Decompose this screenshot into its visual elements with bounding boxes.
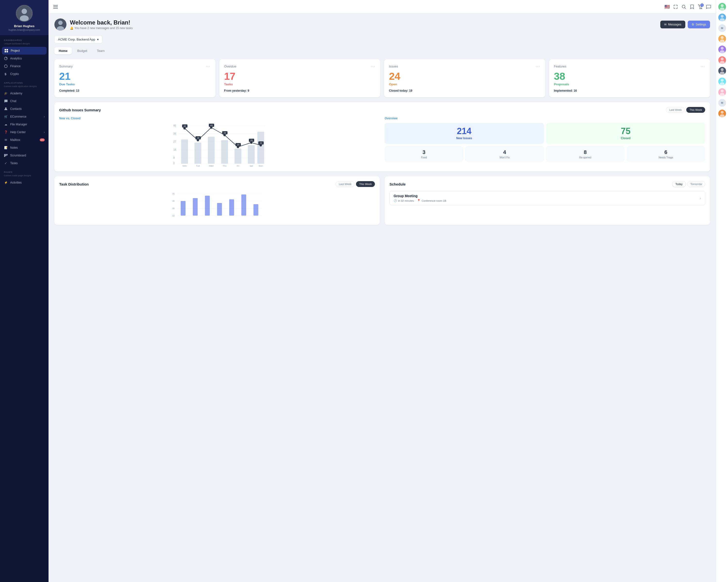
bookmark-icon[interactable]	[690, 4, 695, 9]
overview-label: Overview	[385, 117, 705, 120]
activity-icon: ⚡	[4, 181, 8, 185]
svg-point-96	[721, 57, 724, 60]
stat-card-issues-title: Issues	[389, 64, 398, 68]
svg-text:45: 45	[174, 124, 176, 127]
sidebar-item-crypto[interactable]: $ Crypto	[0, 70, 49, 78]
stat-card-features-menu[interactable]: ···	[701, 64, 705, 68]
sidebar-item-mailbox[interactable]: ✉ Mailbox 27	[0, 136, 49, 144]
sidebar-item-filemanager[interactable]: ☁ File Manager	[0, 120, 49, 128]
right-avatar-m2[interactable]: M	[718, 99, 726, 107]
svg-text:Mon: Mon	[182, 165, 187, 167]
sidebar-item-academy-label: Academy	[10, 92, 22, 95]
stat-card-issues-menu[interactable]: ···	[536, 64, 540, 68]
svg-text:27: 27	[174, 140, 176, 143]
sidebar-item-notes[interactable]: 📝 Notes	[0, 144, 49, 151]
stat-card-summary-header: Summary ···	[59, 64, 211, 68]
stat-card-issues-header: Issues ···	[389, 64, 540, 68]
project-selector[interactable]: ACME Corp. Backend App ▾	[54, 35, 102, 44]
sidebar-item-scrumboard[interactable]: Scrumboard	[0, 151, 49, 159]
github-last-week-btn[interactable]: Last Week	[666, 107, 685, 113]
sidebar-item-activities[interactable]: ⚡ Activities	[0, 179, 49, 187]
right-avatar-1[interactable]	[718, 3, 726, 11]
right-avatar-2[interactable]	[718, 13, 726, 21]
sidebar-item-analytics[interactable]: Analytics	[0, 55, 49, 62]
meeting-meta: 🕐 in 32 minutes 📍 Conference room 1B	[394, 199, 446, 202]
hamburger-menu[interactable]	[53, 5, 58, 8]
wontfix-label: Won't Fix	[467, 156, 542, 159]
task-dist-this-week-btn[interactable]: This Week	[356, 181, 375, 187]
schedule-item-chevron[interactable]: ›	[700, 196, 701, 200]
right-avatar-5[interactable]	[718, 56, 726, 64]
check-icon: ✓	[4, 161, 8, 165]
chart-section: New vs. Closed 45 36 27 18 9 0	[59, 117, 380, 167]
help-icon: ❓	[4, 130, 8, 134]
user-avatar	[16, 5, 33, 22]
overview-top: 214 New Issues 75 Closed	[385, 123, 705, 144]
task-dist-last-week-btn[interactable]: Last Week	[336, 181, 355, 187]
svg-text:42: 42	[183, 125, 186, 127]
settings-button[interactable]: ⚙ Settings	[688, 21, 710, 28]
sidebar-item-project-label: Project	[11, 49, 20, 52]
sidebar-item-academy[interactable]: 🎓 Academy	[0, 89, 49, 97]
stat-secondary-summary: Completed: 13	[59, 89, 211, 92]
svg-point-87	[721, 15, 724, 18]
svg-line-15	[685, 7, 686, 9]
right-avatar-3[interactable]	[718, 35, 726, 43]
svg-text:Sat: Sat	[250, 165, 253, 167]
meeting-title: Group Meeting	[394, 194, 446, 198]
svg-point-108	[721, 111, 724, 114]
tab-budget[interactable]: Budget	[73, 47, 92, 54]
stat-label-issues: Open	[389, 82, 540, 86]
svg-rect-82	[254, 204, 258, 216]
sidebar-item-tasks[interactable]: ✓ Tasks	[0, 159, 49, 167]
svg-point-105	[721, 89, 724, 92]
sidebar-item-chat[interactable]: Chat	[0, 97, 49, 105]
sidebar-item-mailbox-label: Mailbox	[10, 138, 20, 142]
search-icon[interactable]	[681, 4, 686, 9]
schedule-item-group-meeting: Group Meeting 🕐 in 32 minutes 📍 Conferen…	[389, 191, 705, 205]
messages-button[interactable]: ✉ Messages	[660, 21, 685, 28]
chart-container: 45 36 27 18 9 0	[59, 123, 380, 167]
section-apps-title: APPLICATIONS	[0, 78, 49, 85]
right-avatar-4[interactable]	[718, 46, 726, 53]
svg-point-16	[700, 8, 701, 9]
section-apps-sub: Custom made application designs	[0, 85, 49, 89]
right-avatar-9[interactable]	[718, 110, 726, 117]
stat-card-overdue-menu[interactable]: ···	[371, 64, 375, 68]
reopened-label: Re-opened	[548, 156, 623, 159]
flag-icon[interactable]: 🇺🇸	[665, 4, 670, 9]
svg-rect-81	[241, 194, 246, 216]
svg-rect-12	[5, 154, 6, 156]
sidebar-item-finance[interactable]: Finance	[0, 62, 49, 70]
sidebar-item-ecommerce[interactable]: 🛒 ECommerce ›	[0, 113, 49, 120]
bottom-grid: Task Distribution Last Week This Week 40…	[54, 176, 710, 230]
right-avatar-7[interactable]	[718, 78, 726, 85]
tomorrow-btn[interactable]: Tomorrow	[687, 181, 705, 187]
sidebar-item-project[interactable]: Project	[2, 47, 47, 55]
tab-home[interactable]: Home	[54, 47, 72, 54]
expand-icon[interactable]	[673, 4, 678, 9]
closed-card: 75 Closed	[546, 123, 705, 144]
schedule-card: Schedule Today Tomorrow Group Meeting 🕐 …	[385, 176, 710, 225]
scrum-icon	[4, 154, 8, 157]
chevron-right-icon: ›	[44, 115, 45, 118]
github-this-week-btn[interactable]: This Week	[686, 107, 705, 113]
message-nav-icon[interactable]	[706, 4, 711, 9]
closed-label: Closed	[550, 137, 702, 140]
stat-card-summary-menu[interactable]: ···	[206, 64, 210, 68]
chart-label: New vs. Closed	[59, 117, 380, 120]
main-wrapper: 🇺🇸 5	[49, 0, 716, 582]
section-pages-title: PAGES	[0, 167, 49, 174]
right-avatar-6[interactable]	[718, 67, 726, 75]
stat-card-features: Features ··· 38 Proposals Implemented: 1…	[549, 59, 710, 97]
today-btn[interactable]: Today	[672, 181, 685, 187]
cart-nav-icon[interactable]: 5	[698, 4, 703, 9]
sidebar-item-contacts[interactable]: Contacts	[0, 105, 49, 113]
sidebar-item-helpcenter[interactable]: ❓ Help Center ›	[0, 128, 49, 136]
right-avatar-8[interactable]	[718, 88, 726, 96]
right-avatar-m1[interactable]: M	[718, 24, 726, 32]
stat-secondary-overdue: From yesterday: 9	[224, 89, 375, 92]
section-dashboards-sub: Unique dashboard designs	[0, 43, 49, 47]
stat-secondary-features: Implemented: 16	[554, 89, 705, 92]
tab-team[interactable]: Team	[93, 47, 109, 54]
